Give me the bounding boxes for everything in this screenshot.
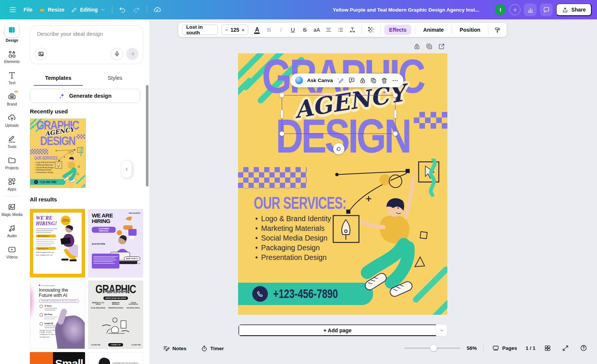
font-size-increase[interactable]: + xyxy=(241,27,244,33)
plus-icon xyxy=(512,7,518,13)
position-button[interactable]: Position xyxy=(456,25,484,35)
selection-box[interactable] xyxy=(282,95,396,134)
font-family-selector[interactable]: Lost in south xyxy=(182,25,218,35)
resize-handle-sw[interactable] xyxy=(279,131,284,136)
panel-scrollbar[interactable] xyxy=(146,85,149,186)
sidebar-label: Videos xyxy=(6,255,18,259)
poster-services-list[interactable]: Logo & Brand Identity Marketing Material… xyxy=(255,214,331,262)
resize-button[interactable]: Resize xyxy=(36,4,68,15)
comments-button[interactable] xyxy=(540,3,553,16)
effects-button[interactable]: Effects xyxy=(384,25,412,35)
add-image-button[interactable] xyxy=(35,48,47,60)
text-case-button[interactable]: aA xyxy=(311,24,322,35)
insights-button[interactable] xyxy=(524,3,537,16)
comment-add-button[interactable] xyxy=(348,77,355,84)
template-thumbnail-we-are-hiring[interactable]: WE ARE HIRING THINK UNLIMITED CUSTOMER S… xyxy=(88,209,143,277)
sidebar-item-tools[interactable]: Tools xyxy=(0,135,24,149)
resize-handle-se[interactable] xyxy=(393,131,398,136)
sidebar-item-uploads[interactable]: Uploads xyxy=(0,113,24,128)
sidebar-item-text[interactable]: Text xyxy=(0,71,24,85)
poster-illustration[interactable] xyxy=(327,159,443,304)
add-page-button[interactable]: + Add page xyxy=(238,324,436,336)
spacing-button[interactable] xyxy=(347,24,358,35)
strikethrough-button[interactable]: S xyxy=(299,24,310,35)
template-thumbnail-small[interactable]: Small xyxy=(30,352,85,364)
sidebar-item-brand[interactable]: Brand xyxy=(0,92,24,106)
template-thumbnail-graphic-bw[interactable]: GRAPHIC Design Agency HERE'S WHAT WE OFF… xyxy=(88,280,143,349)
bold-button[interactable]: B xyxy=(263,24,274,35)
submit-prompt-button[interactable] xyxy=(126,48,138,60)
copy-style-button[interactable] xyxy=(492,24,503,35)
more-options-button[interactable] xyxy=(392,77,398,84)
tab-templates[interactable]: Templates xyxy=(30,70,87,86)
phone-icon xyxy=(34,180,38,184)
fullscreen-button[interactable] xyxy=(560,344,571,352)
font-size-value[interactable]: 125 xyxy=(231,27,239,33)
text-align-button[interactable] xyxy=(323,24,334,35)
template-thumbnail-ai-seminar[interactable]: Licera International Innovating the Futu… xyxy=(30,280,85,349)
undo-button[interactable] xyxy=(115,4,129,16)
text-color-button[interactable]: A xyxy=(251,24,262,35)
sidebar-item-projects[interactable]: Projects xyxy=(0,156,24,170)
underline-button[interactable]: U xyxy=(287,24,298,35)
sidebar-item-audio[interactable]: Audio xyxy=(0,224,24,238)
font-size-stepper[interactable]: − 125 + xyxy=(221,25,248,35)
zoom-slider-thumb[interactable] xyxy=(430,345,437,351)
resize-handle-nw[interactable] xyxy=(279,93,284,98)
move-page-icon[interactable] xyxy=(438,43,445,50)
ai-prompt-card[interactable] xyxy=(30,25,143,64)
sidebar-item-design[interactable]: Design xyxy=(0,23,24,43)
sidebar-item-apps[interactable]: Apps xyxy=(0,177,24,191)
main-menu-button[interactable] xyxy=(5,3,20,16)
help-button[interactable] xyxy=(578,344,590,352)
topbar-right-cluster: I Share xyxy=(495,0,592,19)
help-icon xyxy=(580,344,587,352)
design-page[interactable]: GRAPHIC DESIGN AGENCY OUR SERVICES: Logo… xyxy=(238,53,447,315)
italic-button[interactable]: I xyxy=(275,24,286,35)
template-thumbnail-were-hiring[interactable]: WE'RE HIRING! GRAPHIC DESIGNER Skills Re… xyxy=(30,209,85,277)
share-button[interactable]: Share xyxy=(556,3,592,16)
list-button[interactable] xyxy=(335,24,346,35)
animate-button[interactable]: Animate xyxy=(419,25,448,35)
invite-member-button[interactable] xyxy=(509,4,521,15)
design-active-card xyxy=(5,23,19,37)
magic-edit-button[interactable] xyxy=(337,77,344,84)
transparency-button[interactable] xyxy=(366,24,376,35)
font-size-decrease[interactable]: − xyxy=(225,27,228,33)
recently-used-thumbnail[interactable]: GRAPHIC DESIGN AGENCY OUR SERVICES: Logo… xyxy=(30,119,86,188)
save-status-button[interactable] xyxy=(150,4,165,16)
design-prompt-input[interactable] xyxy=(36,30,136,37)
notes-button[interactable]: Notes xyxy=(160,345,189,352)
duplicate-page-icon[interactable] xyxy=(426,43,433,50)
ask-canva-button[interactable]: Ask Canva xyxy=(307,78,333,83)
zoom-slider[interactable] xyxy=(404,348,460,349)
notes-label: Notes xyxy=(172,346,187,351)
voice-input-button[interactable] xyxy=(111,48,123,60)
add-page-options-button[interactable] xyxy=(436,324,447,336)
resize-handle-e[interactable] xyxy=(394,110,397,119)
panel-collapse-button[interactable] xyxy=(122,161,132,178)
lock-element-button[interactable] xyxy=(359,77,366,84)
sidebar-item-videos[interactable]: Videos xyxy=(0,245,24,259)
pages-button[interactable]: Pages xyxy=(490,344,519,352)
sidebar-item-elements[interactable]: Elements xyxy=(0,50,24,64)
resize-handle-w[interactable] xyxy=(281,110,283,119)
avatar[interactable]: I xyxy=(495,4,506,15)
duplicate-element-button[interactable] xyxy=(370,77,377,84)
resize-handle-ne[interactable] xyxy=(393,93,398,98)
file-menu-button[interactable]: File xyxy=(20,4,36,15)
editing-mode-button[interactable]: Editing xyxy=(68,4,109,15)
generate-design-button[interactable]: Generate design xyxy=(30,89,140,103)
lock-page-icon[interactable] xyxy=(413,43,421,50)
redo-button[interactable] xyxy=(129,4,144,16)
thumb-feature: Bot Flow xyxy=(44,313,57,316)
grid-view-button[interactable] xyxy=(542,344,553,352)
sidebar-item-magic-media[interactable]: Magic Media xyxy=(0,203,24,217)
tab-styles[interactable]: Styles xyxy=(87,70,143,86)
zoom-level[interactable]: 56% xyxy=(467,345,477,351)
timer-button[interactable]: Timer xyxy=(199,345,226,352)
rotate-handle[interactable] xyxy=(333,143,344,154)
template-thumbnail-inspirations[interactable]: [ INSPIRATIONS FOR DESIGNERS ] xyxy=(88,352,143,364)
document-title[interactable]: Yellow Purple and Teal Modern Graphic De… xyxy=(333,7,479,13)
delete-element-button[interactable] xyxy=(381,77,388,84)
